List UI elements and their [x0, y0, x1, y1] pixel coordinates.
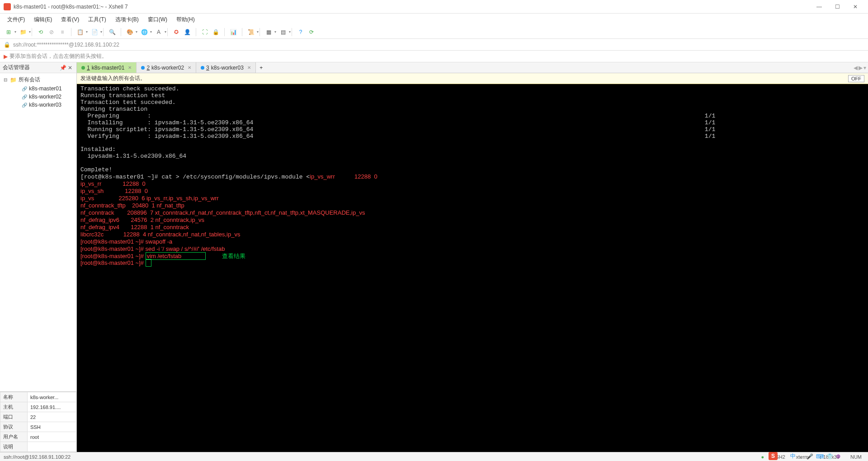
sidebar-close-icon[interactable]: ✕ [66, 65, 74, 71]
status-connected-icon: ● [761, 454, 764, 460]
tipbar: ▶ 要添加当前会话，点击左侧的箭头按钮。 [0, 51, 868, 62]
tab-label: k8s-master01 [92, 65, 125, 71]
maximize-button[interactable]: ☐ [828, 0, 846, 14]
tab-add-button[interactable]: + [256, 62, 267, 73]
tab-list-icon[interactable]: ▾ [863, 65, 866, 71]
server-icon: 🔗 [22, 94, 27, 99]
menu-tabs[interactable]: 选项卡(B) [112, 15, 142, 24]
prop-key: 协议 [0, 422, 28, 432]
server-icon: 🔗 [22, 86, 27, 91]
prop-key: 主机 [0, 402, 28, 412]
menu-tools[interactable]: 工具(T) [85, 15, 109, 24]
menu-window[interactable]: 窗口(W) [144, 15, 171, 24]
tab-close-icon[interactable]: ✕ [128, 65, 132, 70]
new-session-icon[interactable]: ⊞ [4, 27, 14, 37]
close-button[interactable]: ✕ [846, 0, 864, 14]
ime-keyboard-icon[interactable]: ⌨ [816, 453, 824, 460]
properties-icon[interactable]: ≡ [57, 27, 67, 37]
ime-tray: 中 ， 🎤 ⌨ 👕 ⚙ [790, 452, 841, 460]
folder-icon: 📁 [10, 77, 17, 83]
minimize-button[interactable]: — [810, 0, 828, 14]
refresh-icon[interactable]: ⟳ [307, 27, 316, 37]
prop-key: 端口 [0, 412, 28, 422]
tile-icon[interactable]: ▤ [278, 27, 288, 37]
menu-edit[interactable]: 编辑(E) [30, 15, 56, 24]
disconnect-icon[interactable]: ⊘ [47, 27, 57, 37]
window-title: k8s-master01 - root@k8s-master01:~ - Xsh… [14, 4, 810, 10]
tab-number: 2 [146, 65, 150, 71]
flag-icon: ▶ [4, 53, 8, 60]
ime-voice-icon[interactable]: 🎤 [807, 453, 813, 460]
ime-lang[interactable]: 中 [790, 452, 796, 460]
fullscreen-icon[interactable]: ⛶ [200, 27, 210, 37]
titlebar: k8s-master01 - root@k8s-master01:~ - Xsh… [0, 0, 868, 14]
ime-punct-icon[interactable]: ， [798, 452, 804, 460]
tab-status-icon [81, 66, 85, 70]
menu-help[interactable]: 帮助(H) [173, 15, 198, 24]
session-properties: 名称k8s-worker...主机192.168.91....端口22协议SSH… [0, 391, 76, 452]
prop-key: 名称 [0, 392, 28, 402]
tree-item[interactable]: 🔗k8s-master01 [0, 85, 76, 93]
server-icon: 🔗 [22, 103, 27, 108]
prop-value: root [28, 432, 76, 442]
prop-value: k8s-worker... [28, 392, 76, 402]
menu-view[interactable]: 查看(V) [57, 15, 83, 24]
help-icon[interactable]: ? [296, 27, 306, 37]
prop-key: 用户名 [0, 432, 28, 442]
tab-number: 1 [87, 65, 90, 71]
ime-skin-icon[interactable]: 👕 [826, 453, 833, 460]
font-icon[interactable]: A [154, 27, 164, 37]
tree-item-label: k8s-master01 [29, 85, 62, 92]
layout-icon[interactable]: ▦ [264, 27, 274, 37]
sendbar: 发送键盘输入的所有会话。 OFF [77, 73, 868, 84]
transfer-icon[interactable]: 📊 [228, 27, 238, 37]
sidebar-header: 会话管理器 📌 ✕ [0, 62, 76, 73]
terminal[interactable]: Transaction check succeeded. Running tra… [77, 84, 868, 452]
collapse-icon[interactable]: ⊟ [4, 77, 8, 82]
status-numlock: NUM [848, 454, 864, 460]
open-icon[interactable]: 📁 [18, 27, 28, 37]
menu-file[interactable]: 文件(F) [4, 15, 28, 24]
sendbar-off-button[interactable]: OFF [848, 75, 864, 82]
tree-root[interactable]: ⊟ 📁 所有会话 [0, 75, 76, 85]
prop-value [28, 442, 76, 452]
tree-item[interactable]: 🔗k8s-worker03 [0, 101, 76, 109]
statusbar: ssh://root@192.168.91.100:22 ● SSH2 xter… [0, 452, 868, 461]
tab[interactable]: 3k8s-worker03✕ [196, 62, 256, 73]
ime-settings-icon[interactable]: ⚙ [836, 453, 841, 460]
search-icon[interactable]: 🔍 [107, 27, 117, 37]
star-icon[interactable]: ✪ [171, 27, 181, 37]
tab[interactable]: 2k8s-worker02✕ [137, 62, 196, 73]
lock-icon: 🔒 [4, 42, 10, 48]
ime-badge[interactable]: S [769, 452, 778, 460]
tab-close-icon[interactable]: ✕ [247, 65, 251, 70]
tree-item-label: k8s-worker03 [29, 102, 61, 108]
address-text[interactable]: ssh://root:***************@192.168.91.10… [13, 42, 864, 48]
prop-key: 说明 [0, 442, 28, 452]
tree-item-label: k8s-worker02 [29, 94, 61, 100]
tab-close-icon[interactable]: ✕ [188, 65, 191, 70]
script-icon[interactable]: 📜 [246, 27, 256, 37]
prop-value: 192.168.91.... [28, 402, 76, 412]
sidebar-title: 会话管理器 [3, 64, 59, 71]
lock-icon[interactable]: 🔒 [211, 27, 221, 37]
prop-value: 22 [28, 412, 76, 422]
paste-icon[interactable]: 📄 [90, 27, 99, 37]
copy-icon[interactable]: 📋 [75, 27, 85, 37]
tree-item[interactable]: 🔗k8s-worker02 [0, 93, 76, 101]
tab-label: k8s-worker02 [151, 65, 184, 71]
tab-prev-icon[interactable]: ◀ [854, 65, 858, 71]
pin-icon[interactable]: 📌 [59, 65, 66, 71]
globe-icon[interactable]: 🌐 [139, 27, 149, 37]
status-address: ssh://root@192.168.91.100:22 [4, 454, 755, 460]
app-icon [4, 3, 11, 10]
tabbar: 1k8s-master01✕2k8s-worker02✕3k8s-worker0… [77, 62, 868, 73]
prop-value: SSH [28, 422, 76, 432]
toolbar: ⊞ 📁 ⟲ ⊘ ≡ 📋 📄 🔍 🎨 🌐 A ✪ 👤 ⛶ 🔒 📊 📜 ▦ ▤ ? … [0, 25, 868, 39]
tab[interactable]: 1k8s-master01✕ [77, 62, 137, 73]
tab-next-icon[interactable]: ▶ [859, 65, 863, 71]
palette-icon[interactable]: 🎨 [125, 27, 135, 37]
tab-status-icon [201, 66, 204, 70]
user-icon[interactable]: 👤 [182, 27, 192, 37]
reconnect-icon[interactable]: ⟲ [36, 27, 46, 37]
